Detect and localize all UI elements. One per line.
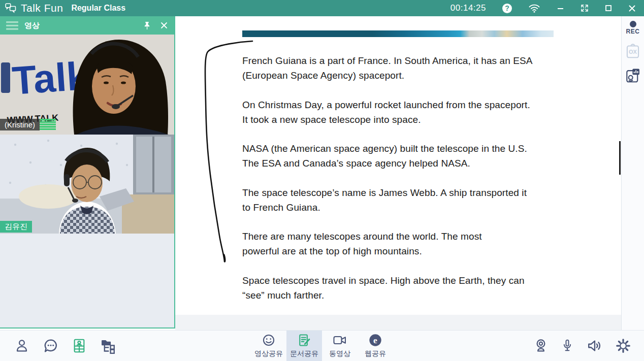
doc-paragraph: There are many telescopes around the wor… [242,229,521,258]
doc-paragraph: French Guiana is a part of France. In So… [242,53,543,83]
talkfun-app-window: Talk Fun Regular Class 00:14:25 ? [0,0,644,361]
video-share-button[interactable]: 영상공유 [251,331,286,361]
expand-arrows-icon [581,4,589,12]
doc-paragraph: The space telescope’s name is James Webb… [242,185,536,215]
web-share-button[interactable]: e 웹공유 [358,331,393,361]
microphone-button[interactable] [561,338,574,354]
record-button[interactable]: REC [626,21,640,35]
audio-level-bars-icon [40,119,56,130]
document-text: French Guiana is a part of France. In So… [242,53,557,317]
bottom-toolbar: 영상공유 문서공유 동영상 [0,330,644,361]
panel-menu-button[interactable] [6,21,18,30]
video-feed-student[interactable]: 김유진 [0,135,174,234]
shared-document-area: French Guiana is a part of France. In So… [175,16,621,330]
share-tool-label: 동영상 [329,349,350,358]
speech-bubbles-logo-icon [5,3,17,13]
session-timer: 00:14:25 [442,0,494,16]
chat-button[interactable] [43,338,59,354]
video-panel-title: 영상 [24,21,40,30]
video-feed-teacher[interactable]: Talk WWW.TALK (Kristine) [0,35,174,135]
ox-quiz-button[interactable]: OX [625,43,640,59]
participants-button[interactable] [14,338,29,354]
movie-share-button[interactable]: 동영상 [322,331,358,361]
share-tool-label: 영상공유 [254,349,283,358]
poll-results-button[interactable] [625,68,640,84]
help-icon: ? [502,4,512,13]
settings-button[interactable] [616,338,631,354]
video-panel: 영상 Talk [0,16,175,329]
video-panel-header: 영상 [0,16,174,35]
minimize-button[interactable] [549,0,572,16]
app-name: Talk Fun [21,2,63,14]
doc-paragraph: Space telescopes travel in space. High a… [242,273,536,303]
network-status-button[interactable] [520,0,549,16]
share-tool-label: 웹공유 [365,349,386,358]
document-image-bottom-edge [242,30,554,37]
titlebar: Talk Fun Regular Class 00:14:25 ? [0,0,644,16]
fullscreen-button[interactable] [572,0,597,16]
participant-name-label: (Kristine) [0,119,40,130]
doc-paragraph: On Christmas Day, a powerful rocket laun… [242,97,536,127]
web-e-glyph: e [373,335,377,345]
close-icon [628,5,636,12]
document-page: French Guiana is a part of France. In So… [175,16,621,315]
ox-label: OX [629,49,637,55]
right-toolbar: REC OX [621,16,644,330]
maximize-icon [605,5,612,12]
maximize-button[interactable] [597,0,620,16]
record-dot-icon [630,21,636,27]
minimize-icon [557,5,564,12]
document-scrollbar-thumb[interactable] [619,141,621,175]
pin-panel-button[interactable] [143,21,151,30]
close-panel-button[interactable] [160,21,168,29]
app-logo: Talk Fun [5,2,63,14]
class-roster-button[interactable] [72,338,86,354]
speaker-button[interactable] [586,338,603,354]
record-label: REC [626,28,640,35]
help-button[interactable]: ? [494,0,520,16]
close-button[interactable] [620,0,644,16]
doc-paragraph: NASA (the American space agency) built t… [242,141,536,171]
participant-name-label: 김유진 [0,221,32,233]
share-tool-label: 문서공유 [290,349,318,358]
webcam-button[interactable] [533,338,549,354]
share-tools-group: 영상공유 문서공유 동영상 [251,331,393,361]
wifi-icon [528,3,540,13]
class-type-label: Regular Class [71,4,125,13]
file-tree-button[interactable] [100,338,117,354]
document-share-button[interactable]: 문서공유 [286,331,322,361]
